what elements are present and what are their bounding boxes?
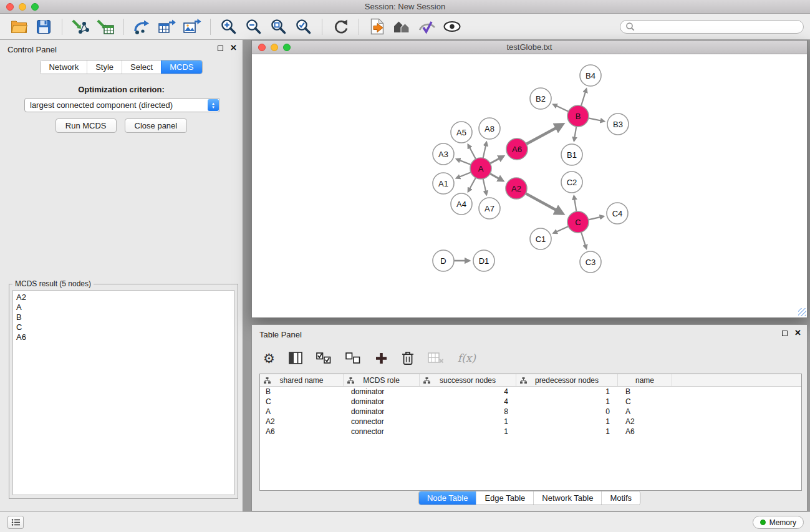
show-columns-icon[interactable] (289, 352, 302, 364)
maximize-window-button[interactable] (31, 3, 39, 11)
column-header-predecessor-nodes[interactable]: predecessor nodes (516, 374, 618, 386)
network-canvas[interactable]: B4B2BB3A5A8A6A3B1AC2A1A2A4A7C4CC1DD1C3 (252, 54, 807, 317)
network-canvas-area[interactable]: B4B2BB3A5A8A6A3B1AC2A1A2A4A7C4CC1DD1C3 (252, 54, 807, 317)
graph-edge-A6-B[interactable] (526, 125, 562, 144)
minimize-window-button[interactable] (19, 3, 26, 11)
search-input[interactable] (637, 22, 798, 31)
table-row[interactable]: A dominator 8 0 A (260, 407, 801, 417)
float-panel-icon[interactable] (218, 46, 223, 51)
zoom-out-button[interactable] (241, 16, 266, 38)
graph-edge-A-A4[interactable] (468, 178, 476, 191)
column-type-icon (264, 377, 271, 384)
mcds-result-list[interactable]: A2 A B C A6 (12, 290, 234, 495)
select-all-icon[interactable] (316, 352, 332, 364)
graph-edge-B-B2[interactable] (554, 105, 569, 112)
table-row[interactable]: A2 connector 1 1 A2 (260, 417, 801, 427)
run-mcds-button[interactable]: Run MCDS (55, 118, 117, 133)
graph-node-label: C (575, 218, 581, 227)
table-row[interactable]: C dominator 4 1 C (260, 397, 801, 407)
tab-motifs[interactable]: Motifs (601, 491, 640, 505)
status-list-button[interactable] (7, 516, 24, 529)
graph-edge-C-C1[interactable] (554, 226, 569, 233)
import-network-button[interactable] (68, 16, 93, 38)
list-item[interactable]: A (16, 302, 231, 312)
close-window-button[interactable] (6, 3, 14, 11)
tab-node-table[interactable]: Node Table (419, 491, 476, 505)
column-header-successor-nodes[interactable]: successor nodes (420, 374, 516, 386)
float-panel-icon[interactable] (782, 331, 788, 336)
tab-network-table[interactable]: Network Table (533, 491, 601, 505)
save-session-button[interactable] (31, 16, 56, 38)
graph-edge-A-A7[interactable] (483, 179, 487, 195)
zoom-fit-icon (270, 18, 287, 36)
tab-select[interactable]: Select (122, 60, 161, 74)
export-table-button[interactable] (155, 16, 180, 38)
add-icon[interactable] (375, 352, 388, 365)
column-header-shared-name[interactable]: shared name (260, 374, 344, 386)
graph-edge-B-B3[interactable] (589, 118, 604, 121)
graph-node-label: B2 (536, 94, 546, 104)
cell-mcds-role: dominator (344, 397, 420, 406)
import-table-button[interactable] (93, 16, 118, 38)
graph-edge-C-C2[interactable] (574, 196, 577, 211)
graph-edge-B-B1[interactable] (574, 127, 577, 141)
graph-edge-A2-C[interactable] (526, 193, 562, 213)
list-item[interactable]: A2 (16, 293, 231, 302)
gear-icon[interactable]: ⚙ (263, 352, 275, 365)
function-builder-icon[interactable]: f(x) (458, 352, 476, 364)
optimization-criterion-select[interactable]: largest connected component (directed) ▲… (24, 98, 220, 112)
export-network-button[interactable] (130, 16, 155, 38)
graph-node-label: A3 (438, 150, 448, 159)
close-panel-icon[interactable]: ✕ (230, 44, 237, 52)
control-panel-tabs: Network Style Select MCDS (40, 60, 202, 74)
graph-edge-C-C4[interactable] (589, 216, 604, 220)
zoom-in-button[interactable] (216, 16, 241, 38)
network-window-titlebar[interactable]: testGlobe.txt (252, 41, 807, 54)
graph-edge-B-B4[interactable] (581, 89, 586, 106)
tab-mcds[interactable]: MCDS (161, 60, 201, 74)
network-close-button[interactable] (258, 44, 266, 51)
list-item[interactable]: C (16, 322, 231, 332)
table-row[interactable]: B dominator 4 1 B (260, 387, 801, 397)
export-image-button[interactable] (180, 16, 205, 38)
graph-edge-A-A8[interactable] (483, 142, 487, 158)
list-item[interactable]: A6 (16, 332, 231, 342)
tab-style[interactable]: Style (87, 60, 122, 74)
graph-edge-A-A2[interactable] (490, 173, 503, 181)
zoom-fit-button[interactable] (266, 16, 291, 38)
cell-predecessor-nodes: 1 (516, 397, 618, 406)
graph-node-label: B (576, 112, 581, 121)
tab-network[interactable]: Network (41, 60, 87, 74)
window-titlebar[interactable]: Session: New Session (0, 0, 810, 14)
details-check-button[interactable] (415, 16, 440, 38)
graph-edge-C-C3[interactable] (581, 232, 586, 248)
session-document-button[interactable] (365, 16, 390, 38)
document-arrow-icon (370, 18, 385, 35)
list-item[interactable]: B (16, 312, 231, 322)
zoom-selected-button[interactable] (291, 16, 316, 38)
open-session-button[interactable] (6, 16, 31, 38)
close-panel-icon[interactable]: ✕ (794, 329, 801, 337)
table-row[interactable]: A6 connector 1 1 A6 (260, 427, 801, 437)
delete-icon[interactable] (402, 351, 414, 365)
column-header-name[interactable]: name (618, 374, 672, 386)
network-minimize-button[interactable] (271, 44, 278, 51)
memory-button[interactable]: Memory (753, 516, 804, 529)
graph-edge-A-A3[interactable] (456, 159, 471, 165)
home-button[interactable] (390, 16, 415, 38)
graph-edge-A-A6[interactable] (490, 157, 503, 163)
network-view-window: testGlobe.txt B4B2BB3A5A8A6A3B1AC2A1A2A4… (251, 40, 808, 318)
refresh-layout-button[interactable] (328, 16, 353, 38)
close-panel-button[interactable]: Close panel (125, 118, 188, 133)
show-graphics-details-button[interactable] (440, 16, 465, 38)
resize-handle[interactable] (798, 308, 806, 316)
cell-mcds-role: connector (344, 427, 420, 436)
tab-edge-table[interactable]: Edge Table (476, 491, 533, 505)
graph-edge-A-A5[interactable] (468, 145, 476, 159)
search-field[interactable] (620, 20, 804, 34)
column-header-mcds-role[interactable]: MCDS role (344, 374, 420, 386)
purple-check-icon (418, 19, 436, 34)
deselect-all-icon[interactable] (345, 352, 361, 364)
graph-edge-A-A1[interactable] (456, 172, 471, 178)
network-maximize-button[interactable] (283, 44, 291, 51)
